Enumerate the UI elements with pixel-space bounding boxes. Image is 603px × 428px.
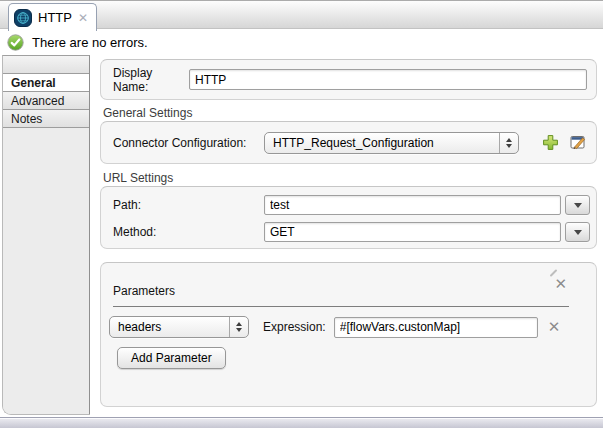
url-settings-title: URL Settings [103, 171, 173, 185]
bottom-panel-edge [0, 417, 603, 428]
sidebar-spacer [3, 56, 89, 74]
globe-icon [14, 9, 32, 27]
parameters-group: Parameters ✕ headers Expression: ✕ Add P… [100, 262, 597, 407]
status-message: There are no errors. [32, 35, 148, 50]
method-dropdown-button[interactable] [565, 222, 590, 242]
http-properties-view: HTTP ✕ There are no errors. General Adva… [0, 0, 603, 428]
parameter-row: headers Expression: ✕ [109, 316, 588, 338]
display-name-input[interactable] [189, 69, 587, 90]
status-bar: There are no errors. [0, 30, 603, 55]
expression-input[interactable] [334, 317, 538, 338]
general-settings-title: General Settings [103, 106, 192, 120]
close-icon[interactable]: ✕ [78, 12, 88, 24]
parameters-title: Parameters [113, 284, 175, 298]
parameters-separator [113, 306, 569, 307]
expression-label: Expression: [263, 320, 326, 334]
sidebar-empty-area [3, 128, 89, 414]
edit-configuration-icon[interactable] [570, 134, 587, 151]
add-parameter-button[interactable]: Add Parameter [117, 347, 226, 369]
connector-configuration-label: Connector Configuration: [113, 136, 264, 150]
path-label: Path: [113, 198, 264, 212]
sidebar: General Advanced Notes [2, 55, 90, 415]
add-configuration-plus-icon[interactable] [542, 134, 559, 151]
chevron-down-icon [574, 230, 582, 235]
remove-parameter-icon[interactable]: ✕ [548, 319, 561, 334]
sidebar-item-general[interactable]: General [3, 74, 89, 92]
tab-title: HTTP [38, 10, 72, 25]
parameter-type-select[interactable]: headers [109, 316, 249, 338]
method-input[interactable] [264, 222, 561, 242]
path-dropdown-button[interactable] [565, 195, 590, 215]
general-settings-group: Connector Configuration: HTTP_Request_Co… [100, 121, 597, 164]
method-label: Method: [113, 225, 264, 239]
check-icon [7, 34, 24, 51]
method-row: Method: [113, 222, 590, 242]
main-content: Display Name: General Settings Connector… [100, 55, 597, 415]
display-name-group: Display Name: [100, 59, 597, 100]
chevron-down-icon [574, 203, 582, 208]
stepper-icon [229, 317, 248, 337]
stepper-icon [499, 133, 518, 153]
connector-configuration-value: HTTP_Request_Configuration [265, 136, 499, 150]
sidebar-item-notes[interactable]: Notes [3, 110, 89, 128]
url-settings-group: Path: Method: [100, 186, 597, 249]
path-input[interactable] [264, 195, 561, 215]
sidebar-item-advanced[interactable]: Advanced [3, 92, 89, 110]
parameter-type-value: headers [110, 320, 229, 334]
connector-configuration-select[interactable]: HTTP_Request_Configuration [264, 132, 519, 154]
tab-http[interactable]: HTTP ✕ [8, 3, 97, 31]
path-row: Path: [113, 195, 590, 215]
remove-all-parameters-icon[interactable]: ✕ [554, 276, 567, 291]
tab-bar: HTTP ✕ [0, 0, 603, 29]
display-name-label: Display Name: [113, 66, 189, 94]
